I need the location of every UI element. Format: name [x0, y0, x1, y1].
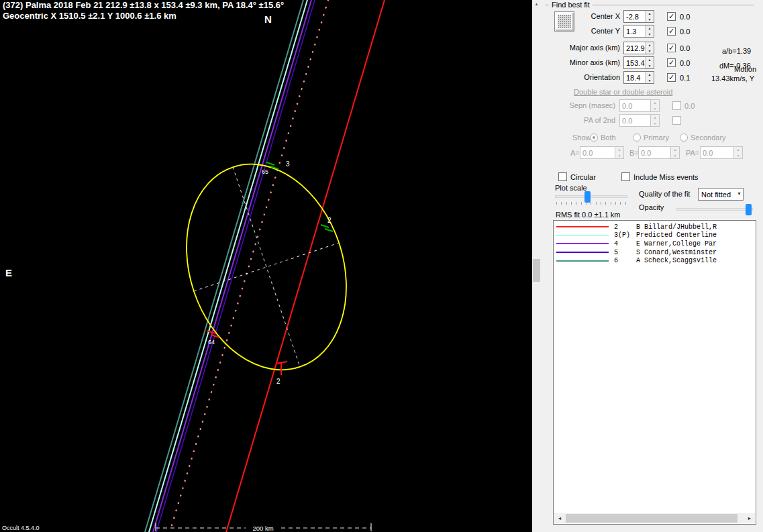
- minor-axis-fit-checkbox[interactable]: [667, 58, 676, 67]
- center-y-fit-checkbox[interactable]: [667, 27, 676, 36]
- chevron-down-icon[interactable]: [737, 191, 742, 196]
- vertical-scroll-thumb[interactable]: [533, 259, 540, 282]
- chord-color-swatch: [556, 252, 609, 253]
- circular-label: Circular: [570, 173, 596, 181]
- list-item[interactable]: 4 E Warner,College Par: [554, 240, 756, 248]
- scroll-right-icon[interactable]: [744, 513, 755, 523]
- observer-number: 2: [614, 223, 636, 231]
- center-y-spin-up-icon[interactable]: [646, 25, 654, 32]
- center-x-spin-down-icon[interactable]: [646, 17, 654, 23]
- orientation-spin-down-icon[interactable]: [646, 78, 654, 84]
- orientation-fit-checkbox[interactable]: [667, 73, 676, 82]
- east-label: E: [5, 267, 12, 278]
- pa2-spin-down-icon: [734, 153, 742, 159]
- minor-axis-value[interactable]: 153.4: [624, 57, 645, 68]
- opacity-track[interactable]: [676, 208, 753, 211]
- observer-name: S Conard,Westminster: [636, 249, 717, 256]
- b-spinner: 0.0: [638, 146, 680, 159]
- list-item[interactable]: 2 B Billard/JHubbell,R: [554, 223, 756, 231]
- chord-color-swatch: [556, 260, 609, 262]
- orientation-error: 0.1: [680, 74, 690, 82]
- a-label: A=: [570, 149, 580, 157]
- major-axis-spin-down-icon[interactable]: [646, 48, 654, 54]
- orientation-spin-up-icon[interactable]: [646, 72, 654, 78]
- plot-scale-track[interactable]: [555, 195, 627, 198]
- a-spin-up-icon: [615, 147, 623, 153]
- plot-canvas[interactable]: (372) Palma 2018 Feb 21 212.9 ±13.8 x 15…: [0, 0, 532, 532]
- north-label: N: [264, 13, 272, 25]
- show-secondary-radio: [680, 134, 688, 142]
- observer-name: A Scheck,Scaggsville: [636, 257, 717, 264]
- center-y-value[interactable]: 1.3: [624, 25, 645, 37]
- circular-checkbox[interactable]: [558, 172, 567, 181]
- quality-dropdown[interactable]: Not fitted: [698, 188, 744, 201]
- minor-axis-spin-down-icon[interactable]: [646, 63, 654, 69]
- chord-4-warner: [153, 0, 311, 532]
- opacity-thumb[interactable]: [746, 204, 752, 215]
- rms-label: RMS fit 0.0 ±1.1 km: [556, 211, 621, 219]
- center-x-fit-checkbox[interactable]: [667, 12, 676, 21]
- pa2-spin-up-icon: [734, 147, 742, 153]
- pa-of-2nd-label: PA of 2nd: [532, 116, 615, 124]
- sepn-spinner: 0.0: [619, 99, 660, 112]
- b-spin-down-icon: [671, 153, 679, 159]
- chord-6-scheck: [145, 0, 303, 532]
- plot-title-line1: (372) Palma 2018 Feb 21 212.9 ±13.8 x 15…: [3, 0, 284, 10]
- chord-dotted-track: [170, 0, 328, 532]
- center-y-spin-down-icon[interactable]: [646, 32, 654, 38]
- chord-color-swatch: [556, 243, 609, 244]
- label-time-64: 64: [208, 339, 215, 345]
- event-errorbar-bottom-red: [276, 362, 287, 375]
- minor-axis-label: Minor axis (km): [532, 58, 620, 66]
- b-value: 0.0: [639, 147, 670, 158]
- center-y-spinner[interactable]: 1.3: [623, 25, 654, 38]
- observer-number: 5: [614, 249, 636, 256]
- scroll-left-icon[interactable]: [554, 513, 565, 523]
- center-x-spin-up-icon[interactable]: [646, 11, 654, 17]
- quality-value: Not fitted: [701, 191, 731, 199]
- list-item[interactable]: 3(P) Predicted Centerline: [554, 231, 756, 240]
- orientation-spinner[interactable]: 18.4: [623, 71, 654, 84]
- orientation-value[interactable]: 18.4: [624, 72, 645, 83]
- chord-color-swatch: [556, 226, 609, 227]
- list-horizontal-scrollbar[interactable]: [554, 513, 755, 523]
- b-spin-up-icon: [671, 147, 679, 153]
- center-x-value[interactable]: -2.8: [624, 11, 645, 22]
- label-chord-2-egress: 2: [276, 378, 281, 385]
- chord-3-predicted-centerline: [149, 0, 307, 532]
- motion-value-label: 13.43km/s, Y: [711, 74, 754, 83]
- chord-color-swatch: [556, 235, 609, 236]
- major-axis-label: Major axis (km): [532, 44, 620, 52]
- observer-name: Predicted Centerline: [636, 231, 717, 239]
- major-axis-dashed: [233, 167, 300, 367]
- list-item[interactable]: 5 S Conard,Westminster: [554, 248, 756, 257]
- plot-scale-thumb[interactable]: [584, 191, 591, 203]
- a-spin-down-icon: [615, 153, 623, 159]
- occult-window: (372) Palma 2018 Feb 21 212.9 ±13.8 x 15…: [0, 0, 763, 532]
- sepn-spin-up-icon: [651, 100, 659, 106]
- b-label: B=: [629, 149, 639, 157]
- major-axis-spin-up-icon[interactable]: [646, 42, 654, 48]
- horizontal-scroll-thumb[interactable]: [566, 514, 737, 523]
- quality-label: Quality of the fit: [639, 190, 690, 198]
- observer-list[interactable]: 2 B Billard/JHubbell,R 3(P) Predicted Ce…: [553, 220, 756, 525]
- sepn-error: 0.0: [684, 102, 695, 110]
- pa-of-2nd-spinner: 0.0: [619, 114, 660, 127]
- center-x-spinner[interactable]: -2.8: [623, 10, 654, 23]
- major-axis-value[interactable]: 212.9: [624, 42, 645, 54]
- pa-of-2nd-value: 0.0: [620, 115, 650, 126]
- panel-header: Find best fit: [549, 1, 593, 9]
- major-axis-spinner[interactable]: 212.9: [623, 42, 654, 54]
- observer-number: 6: [614, 257, 636, 264]
- minor-axis-spin-up-icon[interactable]: [646, 57, 654, 63]
- find-best-fit-panel: Find best fit Center X -2.8 0.0 Center Y…: [532, 0, 763, 532]
- chord-5-conard: [156, 0, 315, 532]
- plot-scale-ticks: [556, 202, 626, 205]
- minor-axis-spinner[interactable]: 153.4: [623, 56, 654, 69]
- scroll-up-icon[interactable]: [532, 2, 541, 6]
- pa2-value: 0.0: [701, 147, 733, 158]
- include-miss-checkbox[interactable]: [621, 172, 630, 181]
- list-item[interactable]: 6 A Scheck,Scaggsville: [554, 256, 756, 265]
- pa-spin-up-icon: [651, 115, 659, 121]
- major-axis-fit-checkbox[interactable]: [667, 44, 676, 52]
